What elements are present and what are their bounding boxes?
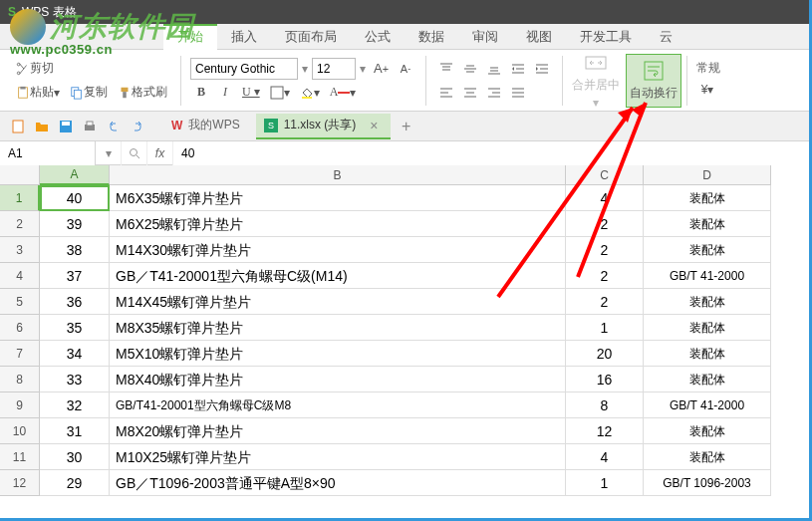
align-justify-button[interactable] (507, 82, 529, 104)
cell[interactable]: 30 (40, 444, 110, 470)
doctab-file[interactable]: S 11.xlsx (共享) × (256, 114, 391, 139)
cell[interactable]: 2 (566, 289, 644, 315)
cell[interactable]: 装配体 (644, 341, 771, 367)
cell[interactable]: 装配体 (644, 237, 771, 263)
cut-button[interactable]: 剪切 (12, 58, 58, 80)
fontsize-select[interactable] (312, 58, 356, 80)
cell[interactable]: M8X40螺钉弹片垫片 (110, 367, 566, 392)
align-center-button[interactable] (459, 82, 481, 104)
cell[interactable]: GB/T 41-2000 (644, 263, 771, 289)
cell[interactable]: M8X20螺钉弹片垫片 (110, 418, 566, 444)
cell[interactable]: M6X35螺钉弹片垫片 (110, 185, 566, 211)
tab-data[interactable]: 数据 (405, 24, 458, 50)
row-header[interactable]: 12 (0, 470, 40, 496)
cell[interactable]: 装配体 (644, 185, 771, 211)
cell[interactable]: 33 (40, 367, 110, 392)
redo-button[interactable] (128, 117, 147, 136)
row-header[interactable]: 1 (0, 185, 40, 211)
cell[interactable]: 34 (40, 341, 110, 367)
increase-font-button[interactable]: A+ (370, 58, 393, 80)
cell[interactable]: 36 (40, 289, 110, 315)
indent-decrease-button[interactable] (507, 58, 529, 80)
open-button[interactable] (32, 117, 52, 136)
fill-color-button[interactable]: ▾ (296, 82, 324, 104)
chevron-down-icon[interactable]: ▾ (302, 62, 308, 76)
cell[interactable]: 装配体 (644, 367, 771, 392)
tab-dev[interactable]: 开发工具 (566, 24, 646, 50)
row-header[interactable]: 11 (0, 444, 40, 470)
align-right-button[interactable] (483, 82, 505, 104)
align-bottom-button[interactable] (483, 58, 505, 80)
tab-insert[interactable]: 插入 (217, 24, 271, 50)
cell[interactable]: 40 (40, 185, 110, 211)
row-header[interactable]: 9 (0, 392, 40, 418)
cell[interactable]: M5X10螺钉弹片垫片 (110, 341, 566, 367)
formula-input[interactable] (173, 141, 812, 165)
name-box[interactable] (0, 141, 96, 165)
wrap-text-button[interactable]: 自动换行 (626, 54, 681, 108)
cell[interactable]: 装配体 (644, 289, 771, 315)
close-tab-button[interactable]: × (370, 118, 378, 133)
border-button[interactable]: ▾ (266, 82, 294, 104)
align-middle-button[interactable] (459, 58, 481, 80)
font-color-button[interactable]: A▾ (326, 82, 361, 104)
row-header[interactable]: 10 (0, 418, 40, 444)
col-header-A[interactable]: A (40, 165, 110, 185)
paste-button[interactable]: 粘贴▾ (12, 82, 64, 104)
tab-layout[interactable]: 页面布局 (271, 24, 351, 50)
tab-review[interactable]: 审阅 (458, 24, 512, 50)
underline-button[interactable]: U ▾ (238, 82, 264, 104)
cell[interactable]: GB／T1096-2003普通平键A型8×90 (110, 470, 566, 496)
col-header-C[interactable]: C (566, 165, 644, 185)
number-format-label[interactable]: 常规 (696, 60, 720, 77)
row-header[interactable]: 6 (0, 315, 40, 341)
cell[interactable]: 16 (566, 367, 644, 392)
cell[interactable]: 29 (40, 470, 110, 496)
row-header[interactable]: 7 (0, 341, 40, 367)
cell[interactable]: M14X30螺钉弹片垫片 (110, 237, 566, 263)
cell[interactable]: GB/T41-20001型六角螺母C级M8 (110, 392, 566, 418)
select-all-corner[interactable] (0, 165, 40, 185)
tab-view[interactable]: 视图 (512, 24, 566, 50)
merge-center-button[interactable]: 合并居中▾ (568, 54, 624, 108)
cell[interactable]: 装配体 (644, 315, 771, 341)
cell[interactable]: 12 (566, 418, 644, 444)
row-header[interactable]: 2 (0, 211, 40, 237)
cell[interactable]: 2 (566, 237, 644, 263)
cell[interactable]: M6X25螺钉弹片垫片 (110, 211, 566, 237)
italic-button[interactable]: I (214, 82, 236, 104)
cell[interactable]: 1 (566, 470, 644, 496)
cell[interactable]: 装配体 (644, 211, 771, 237)
align-left-button[interactable] (435, 82, 457, 104)
tab-formula[interactable]: 公式 (351, 24, 405, 50)
cell[interactable]: GB／T41-20001型六角螺母C级(M14) (110, 263, 566, 289)
cell[interactable]: 32 (40, 392, 110, 418)
namebox-dropdown[interactable]: ▾ (96, 141, 122, 165)
print-button[interactable] (80, 117, 100, 136)
col-header-D[interactable]: D (644, 165, 771, 185)
cell[interactable]: 1 (566, 315, 644, 341)
bold-button[interactable]: B (190, 82, 212, 104)
cell[interactable]: 4 (566, 444, 644, 470)
new-file-button[interactable] (8, 117, 28, 136)
cell[interactable]: 31 (40, 418, 110, 444)
cell[interactable]: M14X45螺钉弹片垫片 (110, 289, 566, 315)
cell[interactable]: 37 (40, 263, 110, 289)
copy-button[interactable]: 复制 (66, 82, 112, 104)
font-select[interactable] (190, 58, 298, 80)
cell[interactable]: M10X25螺钉弹片垫片 (110, 444, 566, 470)
row-header[interactable]: 5 (0, 289, 40, 315)
row-header[interactable]: 8 (0, 367, 40, 392)
cell[interactable]: 2 (566, 211, 644, 237)
tab-cloud[interactable]: 云 (646, 24, 686, 50)
cell[interactable]: 4 (566, 185, 644, 211)
undo-button[interactable] (104, 117, 124, 136)
cell[interactable]: 35 (40, 315, 110, 341)
tab-start[interactable]: 开始 (163, 24, 217, 50)
align-top-button[interactable] (435, 58, 457, 80)
cell[interactable]: 38 (40, 237, 110, 263)
cell[interactable]: 39 (40, 211, 110, 237)
cell[interactable]: 20 (566, 341, 644, 367)
fx-button[interactable]: fx (147, 141, 173, 165)
indent-increase-button[interactable] (531, 58, 553, 80)
